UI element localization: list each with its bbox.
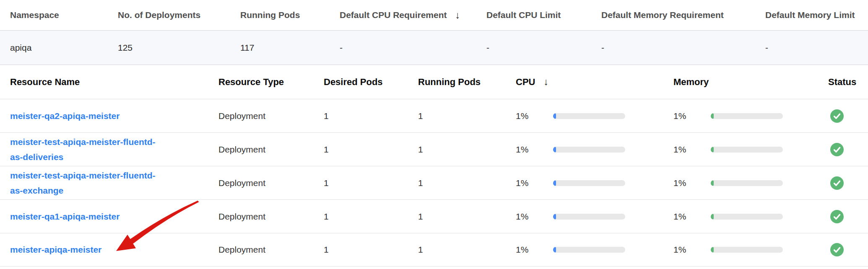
table-row: meister-qa2-apiqa-meister Deployment 1 1…: [0, 99, 868, 133]
col-header-resource-type[interactable]: Resource Type: [218, 77, 324, 88]
namespace-row: apiqa 125 117 - - - -: [0, 31, 868, 65]
status-cell: [828, 109, 868, 123]
cpu-usage-bar-fill: [553, 180, 556, 186]
cpu-usage-cell: 1%: [516, 245, 673, 255]
namespace-cell: apiqa: [10, 43, 118, 53]
resource-link[interactable]: meister-test-apiqa-meister-fluentd-as-de…: [10, 134, 156, 165]
cpu-usage-bar: [553, 247, 625, 253]
memory-usage-bar-fill: [711, 214, 714, 220]
memory-usage-bar-fill: [711, 247, 714, 253]
desired-pods-cell: 1: [324, 111, 418, 121]
resource-table: Resource Name Resource Type Desired Pods…: [0, 65, 868, 266]
memory-usage-bar-fill: [711, 147, 714, 153]
resource-name-cell: meister-apiqa-meister: [10, 242, 218, 257]
memory-percent-label: 1%: [673, 145, 711, 155]
col-header-default-cpu-requirement[interactable]: Default CPU Requirement ↓: [340, 10, 486, 21]
memory-usage-cell: 1%: [673, 245, 828, 255]
col-header-memory[interactable]: Memory: [673, 77, 828, 88]
cpu-usage-bar-fill: [553, 247, 556, 253]
cpu-percent-label: 1%: [516, 178, 553, 188]
col-header-label: Default CPU Requirement: [340, 10, 447, 20]
table-row: meister-test-apiqa-meister-fluentd-as-ex…: [0, 166, 868, 200]
status-cell: [828, 243, 868, 256]
cpu-percent-label: 1%: [516, 245, 553, 255]
running-pods-count-cell: 117: [240, 43, 340, 53]
sort-descending-icon[interactable]: ↓: [543, 76, 548, 88]
cpu-usage-bar: [553, 214, 625, 220]
memory-usage-bar-fill: [711, 180, 714, 186]
running-pods-cell: 1: [418, 178, 516, 188]
default-cpu-limit-cell: -: [486, 43, 601, 53]
resource-type-cell: Deployment: [218, 212, 324, 222]
sort-descending-icon[interactable]: ↓: [455, 10, 460, 21]
resource-link-label: as-exchange: [10, 183, 156, 198]
status-healthy-icon: [830, 143, 844, 156]
memory-usage-cell: 1%: [673, 145, 828, 155]
col-header-no-of-deployments[interactable]: No. of Deployments: [118, 10, 240, 20]
running-pods-cell: 1: [418, 245, 516, 255]
table-row: meister-apiqa-meister Deployment 1 1 1% …: [0, 233, 868, 266]
resource-link-label: meister-qa1-apiqa-meister: [10, 209, 120, 224]
status-healthy-icon: [830, 109, 844, 123]
memory-percent-label: 1%: [673, 212, 711, 222]
resource-link[interactable]: meister-test-apiqa-meister-fluentd-as-ex…: [10, 168, 156, 198]
status-cell: [828, 143, 868, 156]
memory-usage-cell: 1%: [673, 178, 828, 188]
desired-pods-cell: 1: [324, 212, 418, 222]
col-header-status[interactable]: Status: [828, 77, 868, 88]
col-header-label: CPU: [516, 77, 535, 88]
cpu-usage-bar-fill: [553, 214, 556, 220]
resource-type-cell: Deployment: [218, 178, 324, 188]
memory-usage-bar: [711, 147, 783, 153]
resource-type-cell: Deployment: [218, 245, 324, 255]
cpu-usage-cell: 1%: [516, 111, 673, 121]
resource-type-cell: Deployment: [218, 111, 324, 121]
col-header-cpu[interactable]: CPU ↓: [516, 76, 673, 88]
memory-usage-bar: [711, 247, 783, 253]
status-cell: [828, 176, 868, 190]
col-header-running-pods[interactable]: Running Pods: [418, 77, 516, 88]
col-header-running-pods[interactable]: Running Pods: [240, 10, 340, 20]
running-pods-cell: 1: [418, 111, 516, 121]
desired-pods-cell: 1: [324, 145, 418, 155]
col-header-desired-pods[interactable]: Desired Pods: [324, 77, 418, 88]
cpu-usage-bar: [553, 113, 625, 119]
resource-link-label: meister-qa2-apiqa-meister: [10, 109, 120, 124]
default-cpu-requirement-cell: -: [340, 43, 486, 53]
resource-link[interactable]: meister-qa1-apiqa-meister: [10, 209, 120, 224]
cpu-percent-label: 1%: [516, 145, 553, 155]
resource-link-label: as-deliveries: [10, 150, 156, 165]
cpu-usage-bar: [553, 180, 625, 186]
table-row: meister-test-apiqa-meister-fluentd-as-de…: [0, 133, 868, 166]
status-healthy-icon: [830, 243, 844, 256]
running-pods-cell: 1: [418, 212, 516, 222]
col-header-resource-name[interactable]: Resource Name: [10, 77, 218, 88]
col-header-default-memory-limit[interactable]: Default Memory Limit: [765, 10, 868, 20]
status-healthy-icon: [830, 210, 844, 223]
memory-usage-bar-fill: [711, 113, 714, 119]
status-healthy-icon: [830, 176, 844, 190]
memory-usage-bar: [711, 180, 783, 186]
resource-link-label: meister-test-apiqa-meister-fluentd-: [10, 134, 156, 150]
col-header-namespace[interactable]: Namespace: [10, 10, 118, 20]
col-header-default-cpu-limit[interactable]: Default CPU Limit: [486, 10, 601, 20]
memory-usage-bar: [711, 113, 783, 119]
col-header-default-memory-requirement[interactable]: Default Memory Requirement: [601, 10, 765, 20]
resource-link-annotated[interactable]: meister-apiqa-meister: [10, 242, 101, 257]
deployments-count-cell: 125: [118, 43, 240, 53]
cpu-usage-bar: [553, 147, 625, 153]
resource-type-cell: Deployment: [218, 145, 324, 155]
table-row: meister-qa1-apiqa-meister Deployment 1 1…: [0, 200, 868, 233]
resource-link[interactable]: meister-qa2-apiqa-meister: [10, 109, 120, 124]
cpu-usage-bar-fill: [553, 147, 556, 153]
desired-pods-cell: 1: [324, 245, 418, 255]
memory-usage-cell: 1%: [673, 111, 828, 121]
namespace-table: Namespace No. of Deployments Running Pod…: [0, 0, 868, 65]
cpu-usage-cell: 1%: [516, 212, 673, 222]
memory-usage-bar: [711, 214, 783, 220]
cpu-usage-bar-fill: [553, 113, 556, 119]
default-memory-limit-cell: -: [765, 43, 868, 53]
namespace-table-header: Namespace No. of Deployments Running Pod…: [0, 0, 868, 31]
resource-name-cell: meister-qa2-apiqa-meister: [10, 109, 218, 124]
memory-percent-label: 1%: [673, 111, 711, 121]
